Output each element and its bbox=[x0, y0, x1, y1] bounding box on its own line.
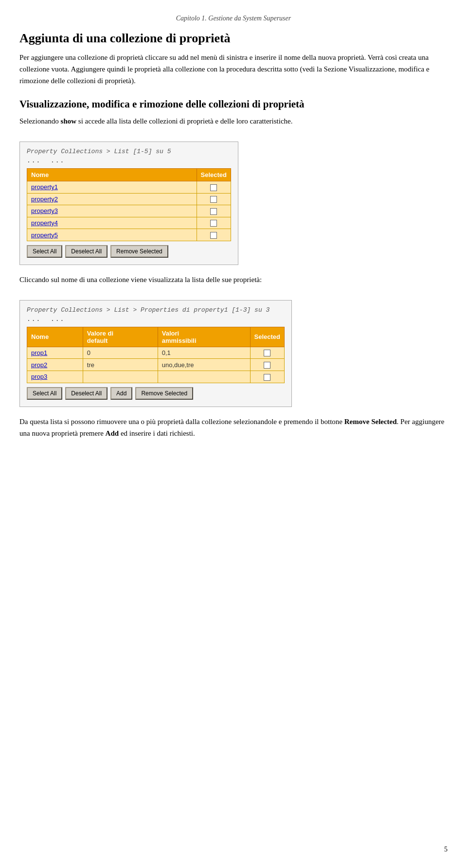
section2-para1-bold: show bbox=[61, 117, 77, 125]
property4-link[interactable]: property4 bbox=[31, 219, 58, 227]
section1-para1: Per aggiungere una collezione di proprie… bbox=[19, 52, 448, 87]
checkbox-property5[interactable] bbox=[210, 232, 217, 239]
checkbox-property4[interactable] bbox=[210, 220, 217, 227]
screenshot2-buttons: Select All Deselect All Add Remove Selec… bbox=[27, 387, 285, 400]
table-row: prop3 bbox=[27, 371, 285, 383]
screenshot1-dots: ... ... bbox=[27, 157, 231, 164]
checkbox-property3[interactable] bbox=[210, 208, 217, 215]
para-final-prefix: Da questa lista si possono rimuovere una… bbox=[19, 418, 344, 425]
checkbox-prop3[interactable] bbox=[264, 374, 270, 381]
select-all-button-1[interactable]: Select All bbox=[27, 245, 62, 258]
para-final-bold2: Add bbox=[106, 429, 119, 437]
prop1-link[interactable]: prop1 bbox=[31, 349, 47, 356]
screenshot1-buttons: Select All Deselect All Remove Selected bbox=[27, 245, 231, 258]
screenshot1-breadcrumb: Property Collections > List [1-5] su 5 bbox=[27, 148, 231, 155]
property3-link[interactable]: property3 bbox=[31, 207, 58, 214]
remove-selected-button-2[interactable]: Remove Selected bbox=[135, 387, 193, 400]
select-all-button-2[interactable]: Select All bbox=[27, 387, 62, 400]
checkbox-prop1[interactable] bbox=[264, 350, 270, 356]
prop1-values: 0,1 bbox=[158, 347, 250, 359]
col-selected: Selected bbox=[197, 169, 231, 181]
add-button[interactable]: Add bbox=[110, 387, 132, 400]
screenshot2: Property Collections > List > Properties… bbox=[19, 300, 292, 407]
table-row: property2 bbox=[27, 193, 231, 205]
prop3-values bbox=[158, 371, 250, 383]
deselect-all-button-2[interactable]: Deselect All bbox=[65, 387, 108, 400]
property1-link[interactable]: property1 bbox=[31, 183, 58, 191]
screenshot1: Property Collections > List [1-5] su 5 .… bbox=[19, 142, 238, 265]
prop2-link[interactable]: prop2 bbox=[31, 361, 47, 369]
checkbox-property1[interactable] bbox=[210, 184, 217, 191]
section1-title: Aggiunta di una collezione di proprietà bbox=[19, 31, 448, 46]
section2-para1-suffix: si accede alla lista delle collezioni di… bbox=[76, 117, 292, 125]
table-row: property5 bbox=[27, 229, 231, 241]
table-row: property4 bbox=[27, 217, 231, 229]
screenshot2-breadcrumb: Property Collections > List > Properties… bbox=[27, 306, 285, 314]
para-between: Cliccando sul nome di una collezione vie… bbox=[19, 274, 448, 285]
screenshot2-table: Nome Valore didefault Valoriammissibili … bbox=[27, 327, 285, 383]
prop1-default: 0 bbox=[83, 347, 158, 359]
para-final: Da questa lista si possono rimuovere una… bbox=[19, 416, 448, 439]
prop2-default: tre bbox=[83, 359, 158, 371]
para-final-suffix: ed inserire i dati richiesti. bbox=[119, 429, 195, 437]
property5-link[interactable]: property5 bbox=[31, 231, 58, 239]
section2-para1-prefix: Selezionando bbox=[19, 117, 61, 125]
col2-default: Valore didefault bbox=[83, 327, 158, 347]
table-row: property3 bbox=[27, 205, 231, 217]
chapter-header: Capitolo 1. Gestione da System Superuser bbox=[19, 15, 448, 22]
prop3-default bbox=[83, 371, 158, 383]
screenshot1-table: Nome Selected property1 property2 proper… bbox=[27, 168, 231, 241]
section2-title: Visualizzazione, modifica e rimozione de… bbox=[19, 98, 448, 110]
table-row: prop2 tre uno,due,tre bbox=[27, 359, 285, 371]
col2-selected: Selected bbox=[250, 327, 284, 347]
col2-nome: Nome bbox=[27, 327, 83, 347]
col2-values: Valoriammissibili bbox=[158, 327, 250, 347]
screenshot2-dots: ... ... bbox=[27, 316, 285, 323]
table-row: property1 bbox=[27, 181, 231, 194]
checkbox-prop2[interactable] bbox=[264, 362, 270, 369]
property2-link[interactable]: property2 bbox=[31, 195, 58, 203]
remove-selected-button-1[interactable]: Remove Selected bbox=[110, 245, 168, 258]
prop2-values: uno,due,tre bbox=[158, 359, 250, 371]
checkbox-property2[interactable] bbox=[210, 196, 217, 203]
para-final-bold1: Remove Selected bbox=[344, 418, 397, 425]
deselect-all-button-1[interactable]: Deselect All bbox=[65, 245, 108, 258]
table-row: prop1 0 0,1 bbox=[27, 347, 285, 359]
section2-para1: Selezionando show si accede alla lista d… bbox=[19, 115, 448, 127]
col-nome: Nome bbox=[27, 169, 197, 181]
prop3-link[interactable]: prop3 bbox=[31, 373, 47, 380]
